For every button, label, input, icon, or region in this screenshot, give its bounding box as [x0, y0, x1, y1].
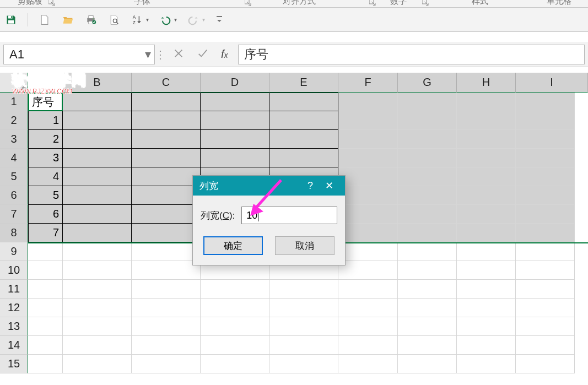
- row-header-3[interactable]: 3: [0, 130, 28, 149]
- cell-E15[interactable]: [269, 355, 338, 373]
- col-header-E[interactable]: E: [269, 73, 338, 93]
- cell-H9[interactable]: [457, 242, 516, 261]
- cell-C2[interactable]: [132, 111, 201, 130]
- cell-E11[interactable]: [269, 280, 338, 299]
- cell-G7[interactable]: [398, 205, 457, 224]
- cell-F12[interactable]: [338, 299, 398, 317]
- cell-I8[interactable]: [516, 224, 575, 242]
- cell-B13[interactable]: [63, 317, 132, 336]
- cell-C7[interactable]: [132, 205, 201, 224]
- cancel-fx-icon[interactable]: [172, 47, 185, 62]
- cell-C1[interactable]: [132, 93, 201, 111]
- cell-C8[interactable]: [132, 224, 201, 242]
- cell-I9[interactable]: [516, 242, 575, 261]
- cell-D4[interactable]: [201, 149, 269, 167]
- quick-print-icon[interactable]: [84, 13, 98, 26]
- cell-G3[interactable]: [398, 130, 457, 149]
- cell-G10[interactable]: [398, 261, 457, 280]
- cell-G11[interactable]: [398, 280, 457, 299]
- cell-D1[interactable]: [201, 93, 269, 111]
- row-header-10[interactable]: 10: [0, 261, 28, 280]
- col-header-I[interactable]: I: [516, 73, 588, 93]
- cell-H15[interactable]: [457, 355, 516, 373]
- cell-H14[interactable]: [457, 336, 516, 355]
- enter-fx-icon[interactable]: [197, 47, 209, 62]
- cell-C4[interactable]: [132, 149, 201, 167]
- cell-F7[interactable]: [338, 205, 398, 224]
- cell-A9[interactable]: [28, 242, 63, 261]
- undo-icon[interactable]: [159, 13, 172, 26]
- cell-C3[interactable]: [132, 130, 201, 149]
- cell-F6[interactable]: [338, 186, 398, 205]
- cell-I12[interactable]: [516, 299, 575, 317]
- cell-E1[interactable]: [269, 93, 338, 111]
- cell-G12[interactable]: [398, 299, 457, 317]
- cell-C5[interactable]: [132, 167, 201, 186]
- cell-F11[interactable]: [338, 280, 398, 299]
- cell-D15[interactable]: [201, 355, 269, 373]
- cell-I2[interactable]: [516, 111, 575, 130]
- fx-icon[interactable]: fx: [221, 48, 228, 61]
- cell-B2[interactable]: [63, 111, 132, 130]
- row-header-5[interactable]: 5: [0, 167, 28, 186]
- open-icon[interactable]: [61, 13, 74, 26]
- group-launcher-icon[interactable]: [245, 0, 251, 6]
- row-header-12[interactable]: 12: [0, 299, 28, 317]
- cell-H1[interactable]: [457, 93, 516, 111]
- cell-B14[interactable]: [63, 336, 132, 355]
- cell-H10[interactable]: [457, 261, 516, 280]
- cell-A13[interactable]: [28, 317, 63, 336]
- cell-B4[interactable]: [63, 149, 132, 167]
- row-header-4[interactable]: 4: [0, 149, 28, 167]
- dialog-help-button[interactable]: ?: [301, 180, 320, 192]
- cell-H13[interactable]: [457, 317, 516, 336]
- cell-C11[interactable]: [132, 280, 201, 299]
- cell-F10[interactable]: [338, 261, 398, 280]
- cell-C6[interactable]: [132, 186, 201, 205]
- cell-H2[interactable]: [457, 111, 516, 130]
- cell-A6[interactable]: 5: [28, 186, 63, 205]
- cell-B9[interactable]: [63, 242, 132, 261]
- dropdown-icon[interactable]: ▾: [174, 17, 177, 23]
- cell-E12[interactable]: [269, 299, 338, 317]
- cell-A15[interactable]: [28, 355, 63, 373]
- cell-G2[interactable]: [398, 111, 457, 130]
- row-header-13[interactable]: 13: [0, 317, 28, 336]
- cell-C14[interactable]: [132, 336, 201, 355]
- cell-D14[interactable]: [201, 336, 269, 355]
- cell-H8[interactable]: [457, 224, 516, 242]
- row-header-7[interactable]: 7: [0, 205, 28, 224]
- cell-I13[interactable]: [516, 317, 575, 336]
- cell-B1[interactable]: [63, 93, 132, 111]
- cell-B6[interactable]: [63, 186, 132, 205]
- cell-E14[interactable]: [269, 336, 338, 355]
- cell-E13[interactable]: [269, 317, 338, 336]
- cell-I6[interactable]: [516, 186, 575, 205]
- cell-A1[interactable]: 序号: [28, 93, 63, 111]
- cell-I4[interactable]: [516, 149, 575, 167]
- print-preview-icon[interactable]: [107, 13, 121, 26]
- cell-I7[interactable]: [516, 205, 575, 224]
- cell-D12[interactable]: [201, 299, 269, 317]
- cell-C12[interactable]: [132, 299, 201, 317]
- cell-F1[interactable]: [338, 93, 398, 111]
- col-header-C[interactable]: C: [132, 73, 201, 93]
- cell-E2[interactable]: [269, 111, 338, 130]
- dialog-titlebar[interactable]: 列宽 ? ✕: [193, 176, 345, 196]
- cell-B10[interactable]: [63, 261, 132, 280]
- cell-I1[interactable]: [516, 93, 575, 111]
- dropdown-icon[interactable]: ▾: [146, 17, 149, 23]
- cell-A4[interactable]: 3: [28, 149, 63, 167]
- cell-A12[interactable]: [28, 299, 63, 317]
- cell-E4[interactable]: [269, 149, 338, 167]
- cell-I14[interactable]: [516, 336, 575, 355]
- redo-icon[interactable]: [187, 13, 200, 26]
- cell-B7[interactable]: [63, 205, 132, 224]
- cell-F5[interactable]: [338, 167, 398, 186]
- cell-B11[interactable]: [63, 280, 132, 299]
- cell-F2[interactable]: [338, 111, 398, 130]
- cell-I11[interactable]: [516, 280, 575, 299]
- cell-F14[interactable]: [338, 336, 398, 355]
- cell-H11[interactable]: [457, 280, 516, 299]
- cell-G6[interactable]: [398, 186, 457, 205]
